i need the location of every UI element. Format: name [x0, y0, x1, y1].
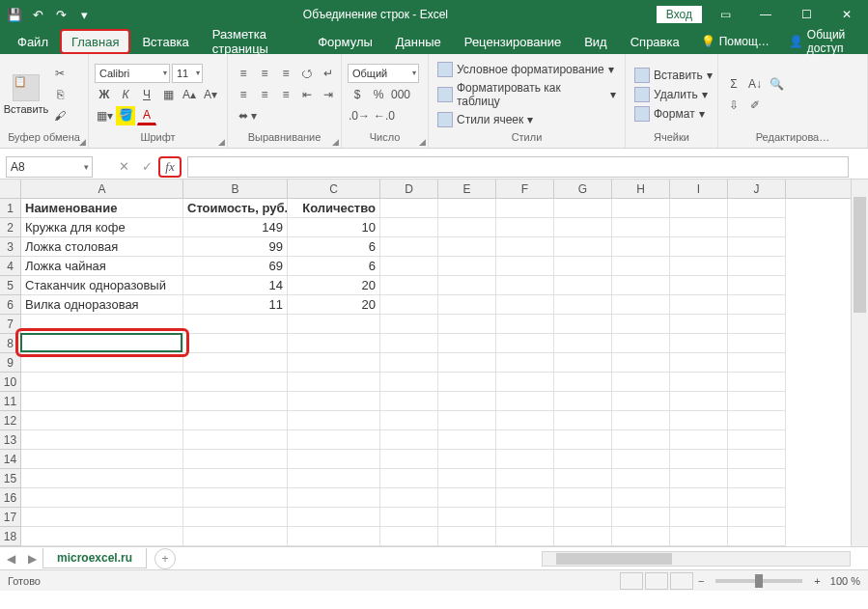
cell[interactable] — [288, 488, 380, 508]
cell[interactable] — [438, 218, 496, 237]
cell[interactable] — [288, 430, 380, 450]
cell[interactable] — [438, 430, 496, 450]
vertical-scrollbar[interactable] — [851, 180, 868, 546]
cell[interactable]: Ложка чайная — [21, 257, 183, 276]
cell[interactable] — [183, 469, 288, 488]
minimize-icon[interactable]: — — [748, 1, 783, 28]
cell[interactable] — [438, 411, 496, 430]
cell[interactable] — [496, 450, 554, 469]
dialog-launcher-icon[interactable]: ◢ — [79, 137, 86, 147]
cell[interactable] — [554, 218, 612, 237]
cells-area[interactable]: Наименование Стоимость, руб. Количество … — [21, 199, 851, 546]
cell[interactable] — [438, 276, 496, 295]
cell[interactable] — [438, 508, 496, 527]
cell[interactable] — [728, 295, 786, 315]
cell[interactable] — [438, 237, 496, 257]
align-middle-icon[interactable]: ≡ — [255, 64, 274, 83]
clear-icon[interactable]: ✐ — [745, 96, 765, 115]
row-header[interactable]: 9 — [0, 353, 20, 373]
cell[interactable] — [21, 411, 183, 430]
cell[interactable] — [380, 450, 438, 469]
cell[interactable] — [380, 295, 438, 315]
cell[interactable] — [496, 353, 554, 373]
save-icon[interactable]: 💾 — [4, 4, 25, 25]
row-header[interactable]: 1 — [0, 199, 20, 218]
cell[interactable] — [496, 334, 554, 353]
cell[interactable] — [380, 257, 438, 276]
cell[interactable] — [670, 218, 728, 237]
cell[interactable] — [728, 411, 786, 430]
cell[interactable] — [288, 392, 380, 411]
cell[interactable] — [438, 353, 496, 373]
row-header[interactable]: 12 — [0, 411, 20, 430]
cell[interactable] — [728, 469, 786, 488]
tab-formulas[interactable]: Формулы — [306, 29, 384, 54]
align-left-icon[interactable]: ≡ — [234, 85, 253, 104]
cell[interactable] — [728, 199, 786, 218]
underline-button[interactable]: Ч — [137, 85, 156, 104]
cell[interactable] — [183, 315, 288, 334]
tab-view[interactable]: Вид — [573, 29, 619, 54]
format-as-table-button[interactable]: Форматировать как таблицу ▾ — [434, 80, 619, 109]
cell[interactable] — [554, 295, 612, 315]
col-header[interactable]: A — [21, 180, 183, 198]
dialog-launcher-icon[interactable]: ◢ — [332, 137, 339, 147]
cell[interactable] — [21, 450, 183, 469]
cell[interactable] — [554, 392, 612, 411]
paste-button[interactable]: 📋 Вставить — [6, 58, 46, 130]
cell[interactable] — [21, 392, 183, 411]
cell[interactable] — [496, 237, 554, 257]
cell[interactable] — [670, 315, 728, 334]
cell[interactable] — [612, 257, 670, 276]
cell[interactable] — [380, 469, 438, 488]
cell[interactable] — [612, 334, 670, 353]
cell[interactable] — [728, 450, 786, 469]
close-icon[interactable]: ✕ — [829, 1, 864, 28]
cell[interactable]: 6 — [288, 257, 380, 276]
borders-dropdown-icon[interactable]: ▦▾ — [95, 106, 114, 125]
cell[interactable] — [670, 450, 728, 469]
cell[interactable] — [612, 527, 670, 546]
cell[interactable] — [670, 295, 728, 315]
cell[interactable] — [380, 237, 438, 257]
cell[interactable] — [612, 295, 670, 315]
row-header[interactable]: 11 — [0, 392, 20, 411]
cell[interactable] — [380, 527, 438, 546]
cell[interactable] — [612, 411, 670, 430]
cell[interactable] — [21, 430, 183, 450]
cell[interactable] — [288, 508, 380, 527]
row-header[interactable]: 15 — [0, 469, 20, 488]
cell[interactable] — [670, 508, 728, 527]
tab-help[interactable]: Справка — [619, 29, 691, 54]
row-header[interactable]: 8 — [0, 334, 20, 353]
scroll-thumb[interactable] — [854, 197, 866, 313]
cell[interactable] — [670, 199, 728, 218]
row-header[interactable]: 4 — [0, 257, 20, 276]
cell[interactable] — [670, 392, 728, 411]
cell[interactable] — [438, 199, 496, 218]
comma-format-icon[interactable]: 000 — [390, 85, 411, 104]
add-sheet-button[interactable]: + — [154, 548, 176, 569]
cell[interactable]: Кружка для кофе — [21, 218, 183, 237]
cell[interactable] — [380, 508, 438, 527]
cell[interactable] — [438, 257, 496, 276]
insert-function-button[interactable]: fx — [158, 156, 182, 178]
cell[interactable] — [183, 392, 288, 411]
cell[interactable] — [183, 430, 288, 450]
percent-format-icon[interactable]: % — [369, 85, 388, 104]
tab-data[interactable]: Данные — [384, 29, 453, 54]
cell[interactable] — [288, 353, 380, 373]
cell[interactable] — [670, 257, 728, 276]
cell[interactable] — [728, 430, 786, 450]
row-header[interactable]: 14 — [0, 450, 20, 469]
enter-formula-icon[interactable]: ✓ — [135, 156, 158, 178]
cell[interactable] — [288, 373, 380, 392]
cell[interactable] — [183, 450, 288, 469]
cell[interactable] — [554, 199, 612, 218]
cell[interactable] — [728, 315, 786, 334]
col-header[interactable]: G — [554, 180, 612, 198]
ribbon-display-icon[interactable]: ▭ — [708, 1, 742, 28]
increase-decimal-icon[interactable]: .0→ — [348, 106, 371, 125]
decrease-indent-icon[interactable]: ⇤ — [297, 85, 317, 104]
tab-insert[interactable]: Вставка — [130, 29, 200, 54]
